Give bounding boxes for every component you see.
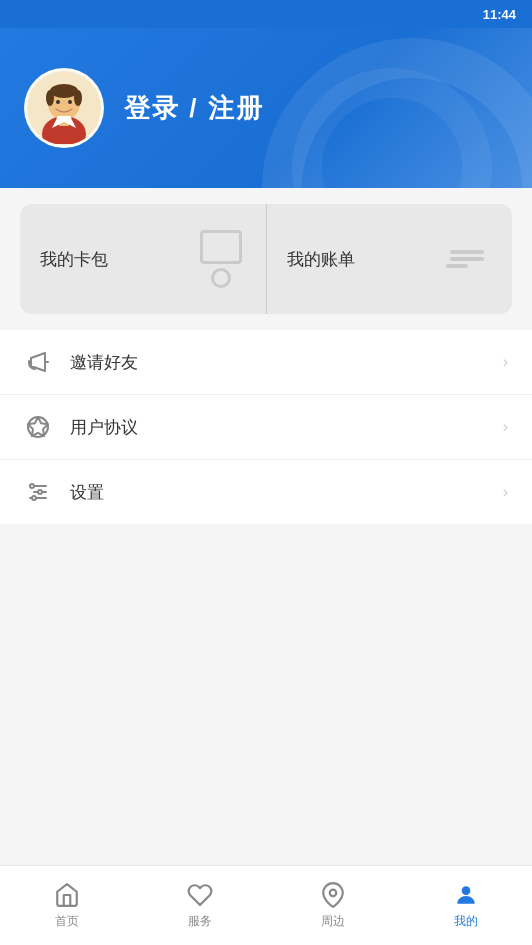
agreement-arrow: › bbox=[503, 418, 508, 436]
home-nav-label: 首页 bbox=[55, 913, 79, 930]
invite-arrow: › bbox=[503, 353, 508, 371]
nav-item-home[interactable]: 首页 bbox=[0, 866, 133, 945]
settings-arrow: › bbox=[503, 483, 508, 501]
nav-item-service[interactable]: 服务 bbox=[133, 866, 266, 945]
status-time: 11:44 bbox=[483, 7, 516, 22]
nav-item-mine[interactable]: 我的 bbox=[399, 866, 532, 945]
service-nav-label: 服务 bbox=[188, 913, 212, 930]
svg-point-8 bbox=[68, 100, 72, 104]
location-icon bbox=[319, 881, 347, 909]
settings-icon bbox=[24, 478, 52, 506]
wallet-label: 我的卡包 bbox=[40, 248, 108, 271]
header: 登录 / 注册 bbox=[0, 28, 532, 188]
avatar[interactable] bbox=[24, 68, 104, 148]
svg-point-19 bbox=[329, 890, 336, 897]
menu-item-invite[interactable]: 邀请好友 › bbox=[0, 330, 532, 395]
home-icon bbox=[53, 881, 81, 909]
wallet-icon bbox=[196, 229, 246, 289]
svg-point-20 bbox=[461, 886, 470, 895]
bill-icon bbox=[442, 229, 492, 289]
nav-item-nearby[interactable]: 周边 bbox=[266, 866, 399, 945]
bill-line-3 bbox=[446, 264, 468, 268]
megaphone-icon bbox=[24, 348, 52, 376]
star-circle-icon bbox=[24, 413, 52, 441]
bill-label: 我的账单 bbox=[287, 248, 355, 271]
svg-point-16 bbox=[30, 484, 34, 488]
header-text: 登录 / 注册 bbox=[124, 91, 264, 126]
svg-point-6 bbox=[74, 90, 82, 106]
svg-point-7 bbox=[56, 100, 60, 104]
wallet-card[interactable]: 我的卡包 bbox=[20, 204, 267, 314]
svg-point-18 bbox=[32, 496, 36, 500]
cards-section: 我的卡包 我的账单 bbox=[20, 204, 512, 314]
menu-item-settings[interactable]: 设置 › bbox=[0, 460, 532, 524]
svg-point-17 bbox=[38, 490, 42, 494]
menu-list: 邀请好友 › 用户协议 › 设置 › bbox=[0, 330, 532, 524]
menu-item-agreement[interactable]: 用户协议 › bbox=[0, 395, 532, 460]
bill-card[interactable]: 我的账单 bbox=[267, 204, 513, 314]
person-icon bbox=[452, 881, 480, 909]
mine-nav-label: 我的 bbox=[454, 913, 478, 930]
bill-line-1 bbox=[450, 250, 484, 254]
heart-icon bbox=[186, 881, 214, 909]
nearby-nav-label: 周边 bbox=[321, 913, 345, 930]
bottom-nav: 首页 服务 周边 我的 bbox=[0, 865, 532, 945]
svg-point-4 bbox=[50, 84, 78, 98]
status-bar: 11:44 bbox=[0, 0, 532, 28]
agreement-label: 用户协议 bbox=[70, 416, 503, 439]
settings-label: 设置 bbox=[70, 481, 503, 504]
bill-line-2 bbox=[450, 257, 484, 261]
svg-point-5 bbox=[46, 90, 54, 106]
invite-label: 邀请好友 bbox=[70, 351, 503, 374]
header-title: 登录 / 注册 bbox=[124, 93, 264, 123]
